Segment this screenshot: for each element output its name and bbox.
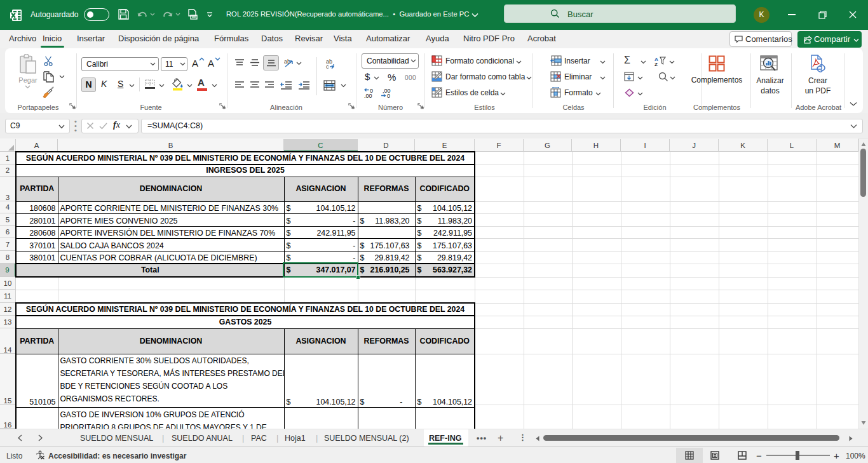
svg-text:Z: Z [654,62,658,66]
svg-text:,00: ,00 [364,93,372,98]
svg-text:c: c [326,64,329,70]
svg-text:0: 0 [387,93,390,98]
